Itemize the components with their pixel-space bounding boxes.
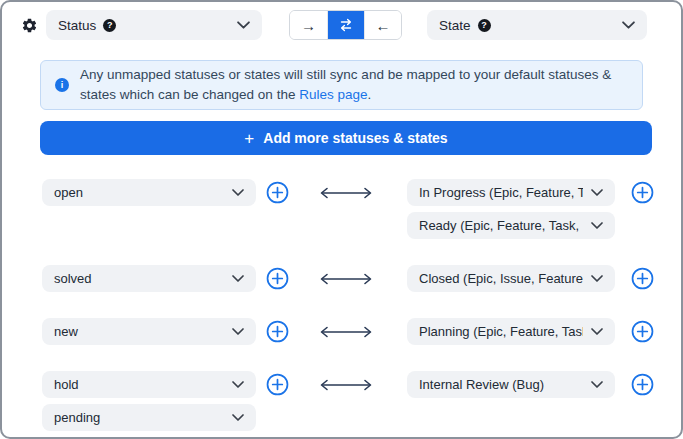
chevron-down-icon	[237, 21, 250, 29]
state-select[interactable]: Planning (Epic, Feature, Task, Bu...	[407, 318, 615, 345]
plus-circle-icon	[631, 267, 654, 290]
right-state-column: Planning (Epic, Feature, Task, Bu...	[407, 318, 615, 345]
plus-circle-icon	[266, 267, 289, 290]
select-value: new	[54, 324, 224, 339]
select-value: pending	[54, 410, 224, 425]
plus-circle-icon	[631, 373, 654, 396]
chevron-down-icon	[591, 275, 603, 282]
arrow-slot	[317, 318, 375, 345]
plus-circle-icon	[266, 320, 289, 343]
arrow-slot	[317, 179, 375, 206]
add-status-button[interactable]	[266, 181, 289, 204]
state-select[interactable]: Closed (Epic, Issue, Feature, Task...	[407, 265, 615, 292]
left-plus-slot	[266, 265, 289, 292]
add-more-statuses-label: Add more statuses & states	[263, 130, 447, 146]
state-field-select[interactable]: State ?	[427, 10, 647, 40]
add-status-button[interactable]	[266, 373, 289, 396]
add-status-button[interactable]	[266, 320, 289, 343]
chevron-down-icon	[591, 328, 603, 335]
one-way-right-button[interactable]: →	[290, 11, 327, 39]
add-status-button[interactable]	[266, 267, 289, 290]
state-field-label: State	[439, 18, 471, 33]
add-state-button[interactable]	[631, 267, 654, 290]
mapping-group: hold pending Internal Review (Bug)	[42, 371, 681, 431]
right-arrow-icon: →	[301, 17, 316, 34]
select-value: Planning (Epic, Feature, Task, Bu...	[419, 324, 583, 339]
mapping-group: solved Closed (Epic, Issue, Feature, Tas…	[42, 265, 681, 292]
status-select[interactable]: hold	[42, 371, 256, 398]
mapping-header: Status ? → ← State ?	[20, 10, 681, 40]
status-select[interactable]: solved	[42, 265, 256, 292]
plus-icon: +	[244, 130, 254, 147]
left-status-column: open	[42, 179, 256, 206]
two-way-sync-icon	[338, 17, 354, 33]
left-status-column: new	[42, 318, 256, 345]
chevron-down-icon	[232, 328, 244, 335]
select-value: Closed (Epic, Issue, Feature, Task...	[419, 271, 583, 286]
select-value: open	[54, 185, 224, 200]
state-select[interactable]: In Progress (Epic, Feature, Task, ...	[407, 179, 615, 206]
add-state-button[interactable]	[631, 373, 654, 396]
two-way-mapping-arrow-icon	[317, 379, 375, 391]
state-select[interactable]: Ready (Epic, Feature, Task, Bug, T...	[407, 212, 615, 239]
right-plus-slot	[631, 318, 654, 345]
left-status-column: hold pending	[42, 371, 256, 431]
left-plus-slot	[266, 318, 289, 345]
add-more-statuses-button[interactable]: + Add more statuses & states	[40, 121, 652, 155]
left-status-column: solved	[42, 265, 256, 292]
plus-circle-icon	[631, 320, 654, 343]
status-select[interactable]: open	[42, 179, 256, 206]
gear-icon	[21, 17, 38, 34]
right-state-column: Internal Review (Bug)	[407, 371, 615, 398]
select-value: In Progress (Epic, Feature, Task, ...	[419, 185, 583, 200]
left-plus-slot	[266, 179, 289, 206]
status-select[interactable]: new	[42, 318, 256, 345]
chevron-down-icon	[232, 381, 244, 388]
plus-circle-icon	[266, 373, 289, 396]
right-plus-slot	[631, 371, 654, 398]
status-field-label: Status	[58, 18, 96, 33]
chevron-down-icon	[591, 381, 603, 388]
left-arrow-icon: ←	[376, 17, 391, 34]
two-way-sync-button[interactable]	[327, 11, 364, 39]
chevron-down-icon	[622, 21, 635, 29]
two-way-mapping-arrow-icon	[317, 187, 375, 199]
info-icon: i	[55, 78, 69, 92]
state-help-icon[interactable]: ?	[478, 19, 491, 32]
settings-button[interactable]	[20, 16, 38, 34]
right-state-column: Closed (Epic, Issue, Feature, Task...	[407, 265, 615, 292]
two-way-mapping-arrow-icon	[317, 326, 375, 338]
mapping-group: open In Progress (Epic, Feature, Task, .…	[42, 179, 681, 239]
banner-text: Any unmapped statuses or states will sti…	[80, 65, 628, 105]
chevron-down-icon	[232, 275, 244, 282]
plus-circle-icon	[631, 181, 654, 204]
status-help-icon[interactable]: ?	[103, 19, 116, 32]
status-select[interactable]: pending	[42, 404, 256, 431]
one-way-left-button[interactable]: ←	[364, 11, 401, 39]
add-state-button[interactable]	[631, 181, 654, 204]
left-plus-slot	[266, 371, 289, 398]
right-state-column: In Progress (Epic, Feature, Task, ... Re…	[407, 179, 615, 239]
status-mapping-panel: Status ? → ← State ?	[0, 0, 683, 439]
chevron-down-icon	[591, 189, 603, 196]
banner-text-suffix: .	[367, 87, 371, 102]
select-value: solved	[54, 271, 224, 286]
rules-page-link[interactable]: Rules page	[299, 87, 367, 102]
plus-circle-icon	[266, 181, 289, 204]
mapping-list: open In Progress (Epic, Feature, Task, .…	[2, 179, 681, 431]
select-value: Ready (Epic, Feature, Task, Bug, T...	[419, 218, 583, 233]
add-state-button[interactable]	[631, 320, 654, 343]
chevron-down-icon	[232, 414, 244, 421]
arrow-slot	[317, 265, 375, 292]
mapping-group: new Planning (Epic, Feature, Task, Bu...	[42, 318, 681, 345]
unmapped-info-banner: i Any unmapped statuses or states will s…	[40, 60, 643, 110]
state-select[interactable]: Internal Review (Bug)	[407, 371, 615, 398]
right-plus-slot	[631, 265, 654, 292]
select-value: hold	[54, 377, 224, 392]
arrow-slot	[317, 371, 375, 398]
chevron-down-icon	[232, 189, 244, 196]
two-way-mapping-arrow-icon	[317, 273, 375, 285]
sync-direction-toggle: → ←	[289, 10, 402, 40]
select-value: Internal Review (Bug)	[419, 377, 583, 392]
status-field-select[interactable]: Status ?	[46, 10, 262, 40]
